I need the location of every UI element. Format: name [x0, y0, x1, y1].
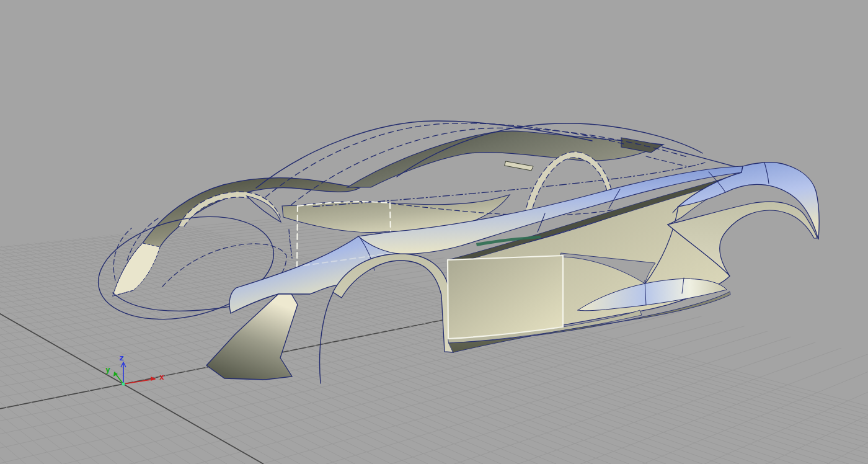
viewport-canvas[interactable]: x y z: [0, 0, 868, 464]
x-axis-label: x: [159, 372, 164, 381]
fg-door-surface[interactable]: [448, 256, 563, 339]
z-axis-label: z: [119, 353, 124, 362]
3d-viewport[interactable]: x y z: [0, 0, 868, 464]
door-left-edge[interactable]: [448, 260, 448, 339]
y-axis-label: y: [105, 365, 110, 374]
origin-dot: [122, 382, 125, 385]
